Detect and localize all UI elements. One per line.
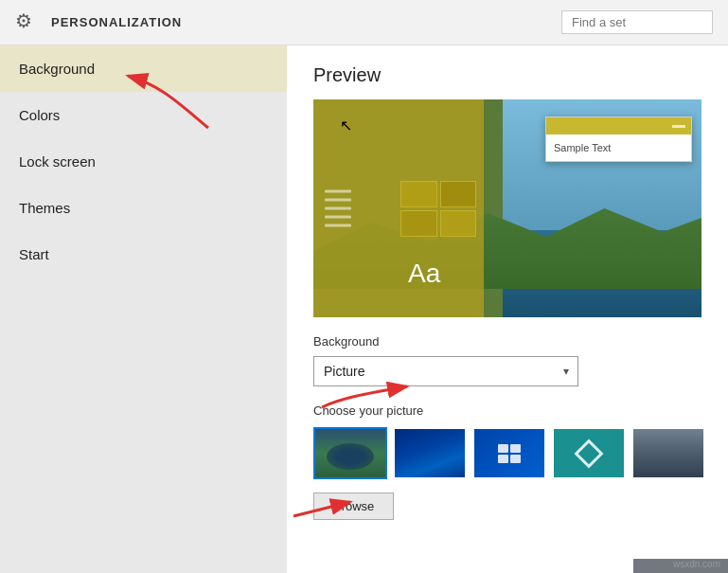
preview-aa-text: Aa bbox=[408, 259, 440, 289]
thumb-image-1 bbox=[315, 429, 385, 477]
diamond-icon bbox=[574, 439, 603, 468]
preview-tile bbox=[440, 210, 477, 237]
browse-button[interactable]: Browse bbox=[313, 492, 394, 520]
preview-tile bbox=[400, 181, 437, 207]
picture-thumb-1[interactable] bbox=[313, 427, 387, 479]
picture-thumb-3[interactable] bbox=[472, 427, 546, 479]
preview-line bbox=[325, 207, 351, 210]
sidebar-item-colors[interactable]: Colors bbox=[0, 92, 287, 138]
preview-container: Aa ↖ Sample Text bbox=[313, 99, 701, 317]
picture-thumb-4[interactable] bbox=[552, 427, 626, 479]
preview-window-titlebar bbox=[546, 117, 691, 134]
search-input[interactable] bbox=[561, 10, 713, 34]
sidebar-item-lock-screen[interactable]: Lock screen bbox=[0, 138, 287, 185]
choose-picture-label: Choose your picture bbox=[313, 403, 701, 418]
preview-window-body: Sample Text bbox=[546, 134, 691, 161]
preview-title: Preview bbox=[313, 64, 701, 86]
windows-logo-icon bbox=[498, 444, 521, 463]
thumb-image-2 bbox=[395, 429, 465, 477]
background-dropdown-wrap: Picture Solid color Slideshow ▾ bbox=[313, 356, 578, 386]
settings-icon: ⚙ bbox=[15, 9, 42, 36]
preview-line bbox=[325, 190, 351, 193]
thumb-image-5 bbox=[633, 429, 703, 477]
picture-row bbox=[313, 427, 701, 479]
sidebar-item-themes[interactable]: Themes bbox=[0, 185, 287, 231]
preview-taskbar: Aa bbox=[313, 99, 484, 317]
preview-tile bbox=[440, 181, 477, 207]
preview-line bbox=[325, 224, 351, 227]
preview-cursor: ↖ bbox=[340, 116, 352, 134]
thumb-image-3 bbox=[474, 429, 544, 477]
picture-thumb-2[interactable] bbox=[393, 427, 467, 479]
sidebar-item-start[interactable]: Start bbox=[0, 231, 287, 278]
preview-line bbox=[325, 216, 351, 219]
background-label: Background bbox=[313, 334, 701, 349]
background-dropdown[interactable]: Picture Solid color Slideshow bbox=[313, 356, 578, 386]
header: ⚙ PERSONALIZATION bbox=[0, 0, 728, 45]
main-layout: Background Colors Lock screen Themes Sta… bbox=[0, 45, 728, 573]
preview-window-minimize bbox=[672, 125, 685, 128]
thumb-image-4 bbox=[554, 429, 624, 477]
picture-thumb-5[interactable] bbox=[631, 427, 705, 479]
watermark: wsxdn.com bbox=[673, 559, 720, 569]
preview-lines bbox=[325, 190, 351, 227]
sidebar: Background Colors Lock screen Themes Sta… bbox=[0, 45, 287, 573]
preview-tiles bbox=[400, 181, 476, 237]
preview-line bbox=[325, 199, 351, 202]
preview-tile bbox=[400, 210, 437, 237]
sidebar-item-background[interactable]: Background bbox=[0, 45, 287, 92]
preview-window: Sample Text bbox=[545, 116, 692, 162]
sample-text: Sample Text bbox=[554, 142, 611, 153]
content-area: Preview bbox=[287, 45, 728, 573]
app-title: PERSONALIZATION bbox=[51, 15, 561, 29]
